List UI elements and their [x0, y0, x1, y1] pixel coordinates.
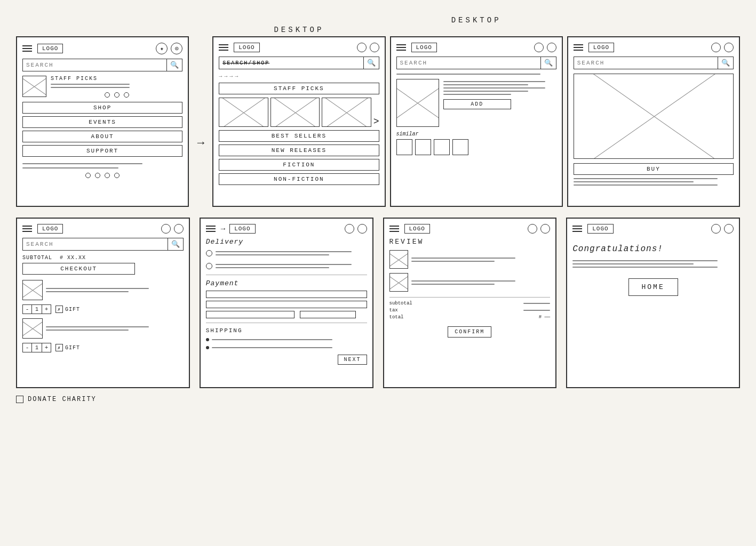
- decrement-button-1[interactable]: -: [22, 304, 32, 314]
- increment-button-1[interactable]: +: [42, 304, 51, 314]
- user-icon[interactable]: ✦: [156, 43, 168, 54]
- search-icon[interactable]: 🔍: [718, 57, 733, 69]
- hamburger-icon[interactable]: [396, 44, 406, 51]
- about-button[interactable]: ABOUT: [22, 131, 182, 142]
- search-bar[interactable]: 🔍: [574, 57, 734, 69]
- bullet-1: [206, 338, 209, 341]
- book-1[interactable]: [219, 98, 268, 127]
- frame-confirmation: LOGO Congratulations! HOME: [566, 218, 740, 388]
- top-frames: LOGO ✦ ⊙ 🔍 STAFF PICKS SHOP EVENTS ABOU: [16, 36, 740, 207]
- logo: LOGO: [587, 224, 613, 234]
- similar-item-2[interactable]: [415, 139, 431, 155]
- gift-toggle-1[interactable]: ✗ GIFT: [55, 306, 80, 313]
- icon-circle-1[interactable]: [534, 43, 544, 52]
- icon-circle-2[interactable]: [724, 43, 734, 52]
- icon-circle-1[interactable]: [711, 224, 721, 234]
- hamburger-icon[interactable]: [206, 226, 216, 232]
- shop-button[interactable]: SHOP: [22, 102, 182, 114]
- gift-checkbox-1[interactable]: ✗: [55, 306, 63, 313]
- delivery-option-1[interactable]: [206, 249, 367, 258]
- radio-1[interactable]: [206, 250, 212, 256]
- decrement-button-2[interactable]: -: [22, 343, 32, 352]
- donate-label: DONATE CHARITY: [28, 396, 97, 403]
- shipping-option-2: [206, 345, 367, 350]
- non-fiction-button[interactable]: NON-FICTION: [219, 173, 379, 185]
- gift-checkbox-2[interactable]: ✗: [55, 344, 63, 351]
- similar-item-4[interactable]: [452, 139, 468, 155]
- icon-circle-1[interactable]: [161, 224, 171, 234]
- icon-circle-2[interactable]: [174, 224, 184, 234]
- radio-2[interactable]: [206, 263, 212, 269]
- payment-field-2[interactable]: [206, 301, 367, 308]
- hamburger-icon[interactable]: [22, 226, 32, 232]
- quantity-stepper-1[interactable]: - 1 +: [22, 304, 51, 314]
- staff-picks-label: STAFF PICKS: [219, 83, 379, 94]
- support-button[interactable]: SUPPORT: [22, 145, 182, 157]
- search-input[interactable]: [23, 239, 168, 249]
- shipping-option-1: [206, 337, 367, 342]
- bullet-2: [206, 346, 209, 349]
- payment-field-1[interactable]: [206, 291, 367, 298]
- hamburger-icon[interactable]: [574, 44, 583, 51]
- product-image: [396, 79, 439, 127]
- hamburger-icon[interactable]: [389, 226, 399, 232]
- search-input[interactable]: [574, 58, 718, 68]
- home-button[interactable]: HOME: [628, 278, 678, 296]
- search-bar[interactable]: 🔍: [22, 238, 184, 251]
- search-bar[interactable]: 🔍: [396, 57, 556, 69]
- book-3[interactable]: [322, 98, 371, 127]
- checkout-button[interactable]: CHECKOUT: [22, 263, 135, 275]
- frame-cart: LOGO 🔍 SUBTOTAL # XX.XX CHECKOUT - 1: [16, 218, 190, 388]
- logo: LOGO: [234, 43, 259, 52]
- logo: LOGO: [229, 224, 255, 234]
- increment-button-2[interactable]: +: [42, 343, 51, 352]
- chevron-right-icon[interactable]: >: [373, 116, 379, 127]
- icon-circle-1[interactable]: [711, 43, 721, 52]
- best-sellers-button[interactable]: BEST SELLERS: [219, 130, 379, 142]
- cart-icon[interactable]: ⊙: [171, 43, 182, 54]
- frame-review: LOGO REVIEW subtotal: [383, 218, 557, 388]
- cart-item-1: [22, 280, 184, 300]
- search-bar[interactable]: 🔍: [219, 57, 379, 69]
- cart-item-2: [22, 318, 184, 339]
- large-product-image: [574, 74, 734, 159]
- hamburger-icon[interactable]: [219, 44, 228, 51]
- icon-circle-1[interactable]: [345, 224, 354, 234]
- logo: LOGO: [37, 224, 63, 234]
- delivery-option-2[interactable]: [206, 262, 367, 270]
- icon-circle-1[interactable]: [528, 224, 537, 234]
- payment-field-4[interactable]: [300, 311, 356, 318]
- icon-circle-2[interactable]: [540, 224, 550, 234]
- search-input[interactable]: [219, 59, 363, 68]
- search-icon[interactable]: 🔍: [363, 57, 379, 69]
- icon-circle-2[interactable]: [724, 224, 734, 234]
- gift-toggle-2[interactable]: ✗ GIFT: [55, 344, 80, 351]
- icon-circle-2[interactable]: [357, 224, 367, 234]
- hamburger-icon[interactable]: [572, 226, 582, 232]
- payment-field-3[interactable]: [206, 311, 295, 318]
- search-input[interactable]: [397, 58, 540, 68]
- desktop-label: DESKTOP: [212, 16, 740, 25]
- book-2[interactable]: [270, 98, 320, 127]
- donate-checkbox[interactable]: [16, 396, 23, 403]
- icon-circle-2[interactable]: [547, 43, 556, 52]
- similar-item-3[interactable]: [434, 139, 450, 155]
- search-icon[interactable]: 🔍: [168, 238, 183, 250]
- search-icon[interactable]: 🔍: [540, 57, 556, 69]
- next-button[interactable]: NEXT: [338, 355, 367, 365]
- fiction-button[interactable]: FICTION: [219, 159, 379, 171]
- search-icon[interactable]: 🔍: [166, 59, 182, 71]
- search-input[interactable]: [23, 60, 166, 70]
- quantity-stepper-2[interactable]: - 1 +: [22, 343, 51, 352]
- events-button[interactable]: EVENTS: [22, 116, 182, 128]
- icon-circle-1[interactable]: [357, 43, 367, 52]
- search-bar[interactable]: 🔍: [22, 59, 182, 71]
- similar-item-1[interactable]: [396, 139, 412, 155]
- confirm-button[interactable]: CONFIRM: [448, 326, 491, 338]
- buy-button[interactable]: BUY: [574, 163, 734, 175]
- hamburger-icon[interactable]: [22, 45, 32, 52]
- add-button[interactable]: ADD: [443, 99, 511, 109]
- new-releases-button[interactable]: NEW RELEASES: [219, 144, 379, 156]
- icon-circle-2[interactable]: [370, 43, 379, 52]
- gift-label-2: GIFT: [65, 345, 80, 351]
